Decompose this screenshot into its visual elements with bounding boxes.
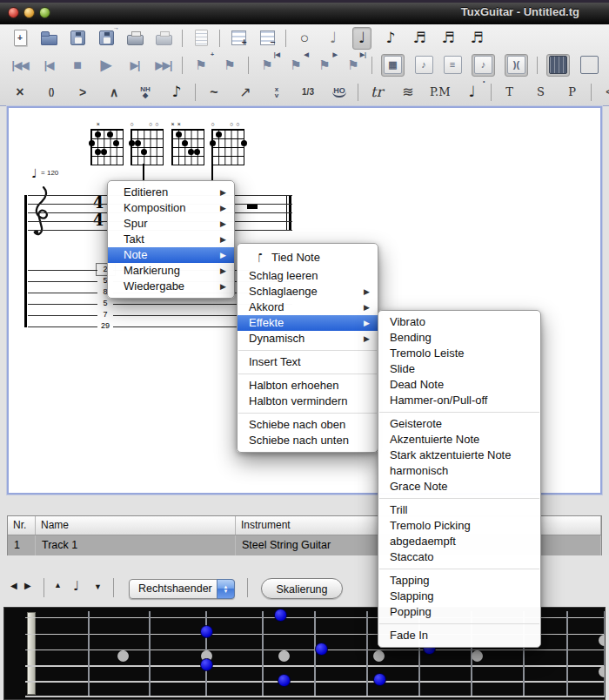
handedness-select[interactable]: Rechtshaender ▲▼ [129, 579, 235, 599]
quarter-note-button[interactable]: ♩ [352, 27, 371, 50]
menu-item-trill[interactable]: Trill [378, 502, 540, 518]
menu-item-grace-note[interactable]: Grace Note [378, 479, 540, 495]
first-marker-button[interactable]: ⚑|◀ [258, 54, 277, 77]
menu-item-dead-note[interactable]: Dead Note [378, 377, 540, 393]
menu-item-harmonisch[interactable]: harmonisch [378, 463, 540, 479]
toggle-duration-button[interactable]: ♪ [472, 54, 495, 77]
menu-item-insert-text[interactable]: Insert Text [238, 354, 378, 370]
toggle-tablature-button[interactable]: ♪ [414, 54, 433, 77]
sixteenth-note-button[interactable]: ♬ [410, 27, 429, 50]
menu-item-schlaglaenge[interactable]: Schlaglaenge▶ [238, 284, 378, 300]
toggle-score-button[interactable]: ▦ [381, 54, 405, 77]
close-window-button[interactable] [8, 7, 19, 18]
menu-item-fade-in[interactable]: Fade In [378, 628, 540, 643]
menu-item-note[interactable]: Note▶ [108, 247, 234, 263]
select-stepper-icon[interactable]: ▲▼ [217, 579, 235, 599]
dead-note-button[interactable]: × [10, 81, 30, 104]
menu-item-takt[interactable]: Takt▶ [108, 232, 234, 247]
add-measure-button[interactable]: + [229, 27, 248, 50]
duration-down-button[interactable]: ▼ [94, 582, 102, 591]
natural-harmonic-button[interactable]: NH◆ [136, 81, 155, 104]
note-dot[interactable] [274, 609, 287, 622]
print-preview-button[interactable] [154, 27, 173, 50]
go-next-button[interactable]: ▶| [125, 54, 144, 77]
menu-item-spur[interactable]: Spur▶ [108, 216, 234, 232]
menu-item-schlag-leeren[interactable]: Schlag leeren [238, 268, 378, 284]
toggle-spacing-button[interactable]: )( [505, 54, 528, 77]
menu-item-dynamisch[interactable]: Dynamisch▶ [238, 331, 378, 347]
fade-in-button[interactable]: < [600, 81, 609, 104]
menu-item-schiebe-nach-oben[interactable]: Schiebe nach oben [238, 417, 378, 433]
slapping-button[interactable]: S [532, 81, 551, 104]
menu-item-hammer-on-pull-off[interactable]: Hammer-on/Pull-off [378, 393, 540, 408]
open-file-button[interactable] [39, 27, 58, 50]
note-dot[interactable] [373, 673, 386, 686]
go-first-button[interactable]: |◀◀ [10, 54, 30, 77]
menu-item-tremolo-leiste[interactable]: Tremolo Leiste [378, 346, 540, 361]
menu-item-schiebe-nach-unten[interactable]: Schiebe nach unten [238, 433, 378, 448]
menu-item-tremolo-picking[interactable]: Tremolo Picking [378, 518, 540, 534]
menu-item-bending[interactable]: Bending [378, 330, 540, 346]
menu-item-tied-note[interactable]: ♩Tied Note [238, 247, 378, 268]
toggle-compact-button[interactable]: ≡ [443, 54, 462, 77]
scroll-left-button[interactable]: ◀ [10, 581, 17, 590]
menu-item-editieren[interactable]: Editieren▶ [108, 185, 234, 200]
vibrato-button[interactable]: ~ [204, 81, 224, 104]
trill-button[interactable]: tr [367, 81, 386, 104]
menu-item-vibrato[interactable]: Vibrato [378, 314, 540, 330]
tremolo-picking-button[interactable]: ≋ [398, 81, 418, 104]
accented-note-button[interactable]: > [73, 81, 92, 104]
marker-list-button[interactable]: ⚑ [220, 54, 239, 77]
menu-item-abgedaempft[interactable]: abgedaempft [378, 534, 540, 549]
menu-item-akzentuierte-note[interactable]: Akzentuierte Note [378, 432, 540, 448]
toggle-fretboard-button[interactable] [546, 54, 570, 77]
menu-item-komposition[interactable]: Komposition▶ [108, 200, 234, 216]
song-properties-button[interactable] [191, 27, 211, 50]
chord-diagram[interactable]: × [90, 129, 124, 165]
play-button[interactable]: ▶ [97, 54, 116, 77]
menu-item-akkord[interactable]: Akkord▶ [238, 300, 378, 315]
next-marker-button[interactable]: ⚑▶ [315, 54, 334, 77]
new-file-button[interactable]: + [10, 27, 30, 50]
menu-item-wiedergabe[interactable]: Wiedergabe▶ [108, 279, 234, 294]
staccato-button[interactable]: ♩• [463, 81, 482, 104]
grace-note-button[interactable]: ♪ [167, 81, 186, 104]
thirtysecond-note-button[interactable]: ♬ [438, 27, 458, 50]
save-button[interactable] [68, 27, 87, 50]
tapping-button[interactable]: T [500, 81, 519, 104]
stop-button[interactable]: ■ [68, 54, 87, 77]
go-previous-button[interactable]: |◀ [39, 54, 58, 77]
bend-button[interactable]: ↗ [236, 81, 255, 104]
note-dot[interactable] [278, 674, 291, 687]
chord-diagram[interactable]: ×× [171, 129, 204, 165]
note-dot[interactable] [200, 625, 213, 638]
popping-button[interactable]: P [563, 81, 582, 104]
eighth-note-button[interactable]: ♪ [381, 27, 400, 50]
one-third-button[interactable]: 1/3 [298, 81, 318, 104]
menu-item-stark-aktzentuierte-note[interactable]: Stark aktzentuierte Note [378, 448, 540, 463]
note-dot[interactable] [315, 643, 328, 656]
whole-note-button[interactable]: ○ [295, 27, 314, 50]
menu-item-popping[interactable]: Popping [378, 604, 540, 620]
open-mixer-button[interactable] [579, 54, 599, 77]
hammer-on-button[interactable]: HO [330, 81, 349, 104]
menu-item-effekte[interactable]: Effekte▶ [238, 315, 378, 331]
half-note-button[interactable]: ♩ [324, 27, 343, 50]
menu-item-staccato[interactable]: Staccato [378, 549, 540, 565]
menu-item-halbton-vermindern[interactable]: Halbton vermindern [238, 394, 378, 409]
menu-item-slapping[interactable]: Slapping [378, 589, 540, 604]
last-marker-button[interactable]: ⚑▶| [344, 54, 363, 77]
duration-up-button[interactable]: ▲ [54, 581, 62, 589]
ghost-note-button[interactable]: () [42, 81, 61, 104]
palm-mute-button[interactable]: P.M [430, 81, 451, 104]
tremolo-bar-button[interactable]: xv [267, 81, 286, 104]
scroll-right-button[interactable]: ▶ [24, 581, 31, 590]
menu-item-slide[interactable]: Slide [378, 361, 540, 377]
sixtyfourth-note-button[interactable]: ♬ [467, 27, 486, 50]
menu-item-geisterote[interactable]: Geisterote [378, 416, 540, 432]
minimize-window-button[interactable] [23, 7, 35, 18]
remove-measure-button[interactable]: − [258, 27, 277, 50]
menu-item-markierung[interactable]: Markierung▶ [108, 263, 234, 279]
scale-button[interactable]: Skalierung [261, 578, 343, 599]
chord-diagram[interactable]: ○○○ [130, 129, 164, 165]
